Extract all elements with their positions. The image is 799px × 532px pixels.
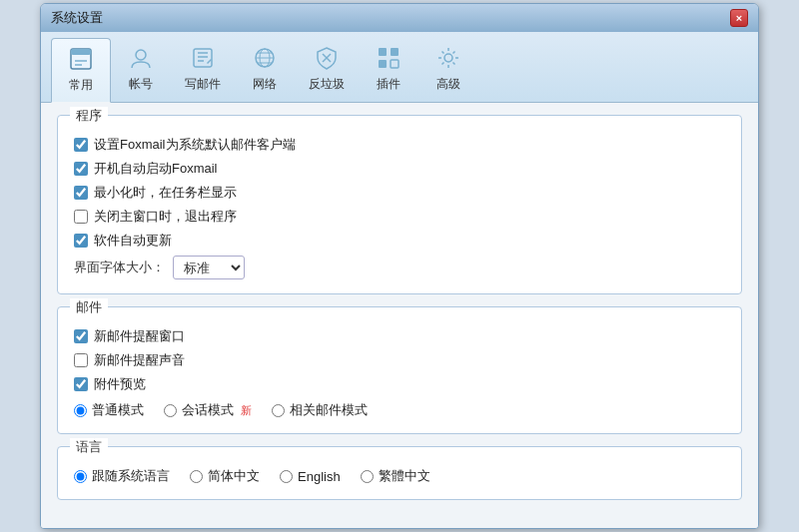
- svg-rect-13: [379, 48, 387, 56]
- checkbox-default-client-label: 设置Foxmail为系统默认邮件客户端: [94, 136, 296, 154]
- toolbar-item-account[interactable]: 帐号: [111, 38, 171, 102]
- checkbox-auto-start: 开机自动启动Foxmail: [74, 160, 725, 178]
- radio-traditional-input[interactable]: [361, 470, 374, 483]
- checkbox-auto-start-input[interactable]: [74, 162, 88, 176]
- checkbox-attachment-preview: 附件预览: [74, 375, 725, 393]
- radio-related-mode: 相关邮件模式: [272, 401, 368, 419]
- radio-traditional-label: 繁體中文: [379, 467, 430, 485]
- font-size-label: 界面字体大小：: [74, 259, 165, 276]
- checkbox-auto-update: 软件自动更新: [74, 232, 725, 250]
- checkbox-minimize-tray: 最小化时，在任务栏显示: [74, 184, 725, 202]
- settings-window: 系统设置 × 常用 帐号: [40, 3, 759, 529]
- section-language-title: 语言: [70, 438, 108, 456]
- radio-simplified-chinese: 简体中文: [190, 467, 260, 485]
- advanced-icon: [434, 44, 462, 72]
- toolbar-label-plugin: 插件: [377, 76, 400, 93]
- toolbar-item-network[interactable]: 网络: [235, 38, 295, 102]
- checkbox-new-mail-popup-input[interactable]: [74, 329, 88, 343]
- radio-chat-mode: 会话模式 新: [164, 401, 252, 419]
- checkbox-auto-start-label: 开机自动启动Foxmail: [94, 160, 218, 178]
- chat-mode-badge: 新: [241, 403, 252, 418]
- compose-icon: [189, 44, 217, 72]
- font-size-select[interactable]: 标准 小 大: [173, 256, 245, 279]
- radio-english: English: [280, 469, 341, 484]
- checkbox-default-client: 设置Foxmail为系统默认邮件客户端: [74, 136, 725, 154]
- checkbox-close-exit-input[interactable]: [74, 210, 88, 224]
- plugin-icon: [375, 44, 402, 72]
- checkbox-close-exit: 关闭主窗口时，退出程序: [74, 208, 725, 226]
- toolbar-item-plugin[interactable]: 插件: [359, 38, 418, 102]
- toolbar-label-account: 帐号: [129, 76, 153, 93]
- toolbar-item-compose[interactable]: 写邮件: [171, 38, 235, 102]
- svg-rect-5: [194, 49, 212, 67]
- checkbox-new-mail-sound: 新邮件提醒声音: [74, 351, 725, 369]
- svg-point-17: [444, 54, 452, 62]
- svg-rect-14: [391, 48, 399, 56]
- radio-traditional-chinese: 繁體中文: [361, 467, 430, 485]
- radio-english-input[interactable]: [280, 470, 293, 483]
- window-title: 系统设置: [51, 9, 103, 27]
- section-mail-title: 邮件: [70, 298, 108, 316]
- radio-normal-label: 普通模式: [92, 401, 144, 419]
- svg-rect-15: [379, 60, 387, 68]
- language-group: 跟随系统语言 简体中文 English 繁體中文: [74, 467, 725, 485]
- close-button[interactable]: ×: [730, 9, 748, 27]
- radio-chat-label: 会话模式: [182, 401, 234, 419]
- checkbox-default-client-input[interactable]: [74, 138, 88, 152]
- radio-related-input[interactable]: [272, 404, 285, 417]
- network-icon: [251, 44, 279, 72]
- toolbar-label-antispam: 反垃圾: [309, 76, 345, 93]
- checkbox-minimize-tray-label: 最小化时，在任务栏显示: [94, 184, 237, 202]
- toolbar-label-advanced: 高级: [436, 76, 460, 93]
- checkbox-new-mail-popup: 新邮件提醒窗口: [74, 327, 725, 345]
- checkbox-new-mail-sound-label: 新邮件提醒声音: [94, 351, 185, 369]
- antispam-icon: [313, 44, 341, 72]
- toolbar: 常用 帐号 写邮件: [41, 32, 758, 103]
- section-mail: 邮件 新邮件提醒窗口 新邮件提醒声音 附件预览 普通模式 会话: [57, 306, 742, 434]
- content-area: 程序 设置Foxmail为系统默认邮件客户端 开机自动启动Foxmail 最小化…: [41, 103, 758, 528]
- radio-simplified-label: 简体中文: [208, 467, 260, 485]
- toolbar-label-compose: 写邮件: [185, 76, 221, 93]
- toolbar-label-network: 网络: [253, 76, 277, 93]
- radio-chat-input[interactable]: [164, 404, 177, 417]
- svg-rect-1: [71, 49, 91, 55]
- toolbar-item-advanced[interactable]: 高级: [418, 38, 478, 102]
- section-program-title: 程序: [70, 107, 108, 125]
- account-icon: [127, 44, 155, 72]
- toolbar-label-common: 常用: [69, 77, 93, 94]
- checkbox-new-mail-sound-input[interactable]: [74, 353, 88, 367]
- checkbox-auto-update-input[interactable]: [74, 234, 88, 248]
- radio-english-label: English: [298, 469, 341, 484]
- font-size-row: 界面字体大小： 标准 小 大: [74, 256, 725, 279]
- radio-system-lang-label: 跟随系统语言: [92, 467, 170, 485]
- section-program: 程序 设置Foxmail为系统默认邮件客户端 开机自动启动Foxmail 最小化…: [57, 115, 742, 294]
- checkbox-close-exit-label: 关闭主窗口时，退出程序: [94, 208, 237, 226]
- radio-normal-input[interactable]: [74, 404, 87, 417]
- section-language: 语言 跟随系统语言 简体中文 English 繁體中文: [57, 446, 742, 500]
- checkbox-auto-update-label: 软件自动更新: [94, 232, 172, 250]
- radio-simplified-input[interactable]: [190, 470, 203, 483]
- radio-system-lang: 跟随系统语言: [74, 467, 170, 485]
- checkbox-attachment-preview-input[interactable]: [74, 377, 88, 391]
- checkbox-minimize-tray-input[interactable]: [74, 186, 88, 200]
- toolbar-item-common[interactable]: 常用: [51, 38, 111, 103]
- mail-mode-group: 普通模式 会话模式 新 相关邮件模式: [74, 401, 725, 419]
- checkbox-new-mail-popup-label: 新邮件提醒窗口: [94, 327, 185, 345]
- common-icon: [67, 45, 95, 73]
- title-bar: 系统设置 ×: [41, 4, 758, 32]
- toolbar-item-antispam[interactable]: 反垃圾: [295, 38, 359, 102]
- svg-point-4: [136, 50, 146, 60]
- radio-system-lang-input[interactable]: [74, 470, 87, 483]
- radio-related-label: 相关邮件模式: [290, 401, 368, 419]
- checkbox-attachment-preview-label: 附件预览: [94, 375, 146, 393]
- radio-normal-mode: 普通模式: [74, 401, 144, 419]
- svg-rect-16: [391, 60, 399, 68]
